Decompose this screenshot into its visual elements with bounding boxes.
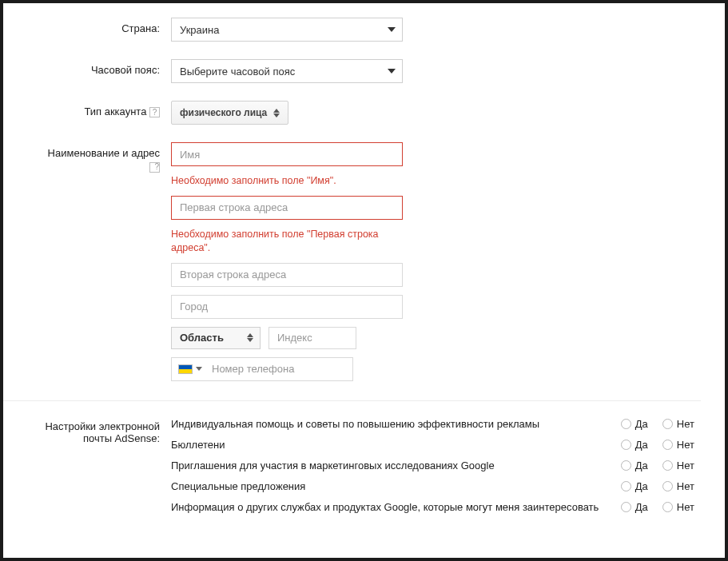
app-frame: Страна: Украина Часовой пояс: Выберите ч… [0,0,728,561]
region-zip-pair: Область [171,327,701,349]
pref-text: Специальные предложения [171,480,621,492]
country-select[interactable]: Украина [171,18,403,42]
row-timezone: Часовой пояс: Выберите часовой пояс [3,59,701,83]
radio-label: Да [635,418,648,430]
address-line1-input[interactable] [171,196,403,220]
pref-radio-no[interactable]: Нет [662,439,694,451]
pref-radio-yes[interactable]: Да [621,501,648,513]
radio-label: Нет [677,418,694,430]
address-line2-input[interactable] [171,263,403,287]
row-account-type: Тип аккаунта ? физического лица [3,101,701,125]
account-type-select[interactable]: физического лица [171,101,288,125]
label-email-prefs: Настройки электронной почты AdSense: [3,416,171,444]
pref-radio-no[interactable]: Нет [662,418,694,430]
radio-icon [662,502,673,512]
email-prefs-list: Индивидуальная помощь и советы по повыше… [171,416,701,519]
form-container: Страна: Украина Часовой пояс: Выберите ч… [3,3,725,558]
pref-radio-group: ДаНет [621,501,701,513]
row-name-address: Наименование и адрес ? Необходимо заполн… [3,142,701,381]
radio-icon [662,460,673,471]
radio-label: Нет [677,501,694,513]
radio-icon [621,419,631,429]
label-name-address-text: Наименование и адрес [48,147,160,159]
pref-row: БюллетениДаНет [171,436,701,454]
pref-radio-group: ДаНет [621,460,701,471]
pref-text: Бюллетени [171,439,621,451]
label-account-type: Тип аккаунта ? [3,101,171,117]
pref-row: Информация о других службах и продуктах … [171,499,701,516]
label-timezone: Часовой пояс: [3,59,171,76]
region-select[interactable]: Область [171,327,261,349]
label-country: Страна: [3,18,171,34]
country-select-value: Украина [180,24,220,36]
city-input[interactable] [171,295,403,319]
help-icon[interactable]: ? [149,107,160,117]
radio-label: Нет [677,460,694,471]
radio-icon [621,502,631,512]
timezone-select-value: Выберите часовой пояс [180,66,295,78]
pref-radio-yes[interactable]: Да [621,439,648,451]
radio-label: Да [635,501,648,513]
label-email-prefs-line2: почты AdSense: [83,432,160,444]
pref-row: Индивидуальная помощь и советы по повыше… [171,416,701,433]
pref-radio-yes[interactable]: Да [621,480,648,492]
pref-row: Специальные предложенияДаНет [171,478,701,495]
sort-arrows-icon [273,109,280,117]
pref-radio-group: ДаНет [621,418,701,430]
chevron-down-icon [388,69,396,74]
help-icon[interactable]: ? [149,162,160,173]
label-email-prefs-line1: Настройки электронной [45,420,160,432]
pref-radio-yes[interactable]: Да [621,460,648,471]
radio-label: Нет [677,439,694,451]
pref-radio-no[interactable]: Нет [662,480,694,492]
pref-text: Приглашения для участия в маркетинговых … [171,460,621,471]
radio-icon [621,460,631,471]
name-error-text: Необходимо заполнить поле "Имя". [171,174,403,188]
radio-icon [662,440,673,450]
sort-arrows-icon [247,333,253,342]
timezone-select[interactable]: Выберите часовой пояс [171,59,403,83]
section-divider [3,400,701,401]
pref-radio-group: ДаНет [621,439,701,451]
pref-row: Приглашения для участия в маркетинговых … [171,457,701,475]
radio-icon [662,481,673,491]
pref-text: Индивидуальная помощь и советы по повыше… [171,418,621,430]
row-country: Страна: Украина [3,18,701,42]
pref-radio-yes[interactable]: Да [621,418,648,430]
country-code-dropdown[interactable] [196,367,202,371]
radio-icon [621,481,631,491]
pref-radio-no[interactable]: Нет [662,501,694,513]
name-input[interactable] [171,142,403,166]
pref-radio-no[interactable]: Нет [662,460,694,471]
radio-label: Нет [677,480,694,492]
label-account-type-text: Тип аккаунта [84,105,146,117]
flag-ukraine-icon [178,364,193,374]
phone-field [171,357,353,381]
region-select-value: Область [180,332,224,344]
row-email-prefs: Настройки электронной почты AdSense: Инд… [3,416,701,519]
pref-radio-group: ДаНет [621,480,701,492]
radio-icon [662,419,673,429]
zip-input[interactable] [269,327,356,349]
address-line1-error-text: Необходимо заполнить поле "Первая строка… [171,228,403,255]
radio-label: Да [635,480,648,492]
radio-label: Да [635,460,648,471]
label-name-address: Наименование и адрес ? [3,142,171,173]
phone-input[interactable] [207,358,352,380]
chevron-down-icon [388,27,396,32]
radio-icon [621,440,631,450]
pref-text: Информация о других службах и продуктах … [171,501,621,513]
account-type-value: физического лица [180,107,267,118]
radio-label: Да [635,439,648,451]
